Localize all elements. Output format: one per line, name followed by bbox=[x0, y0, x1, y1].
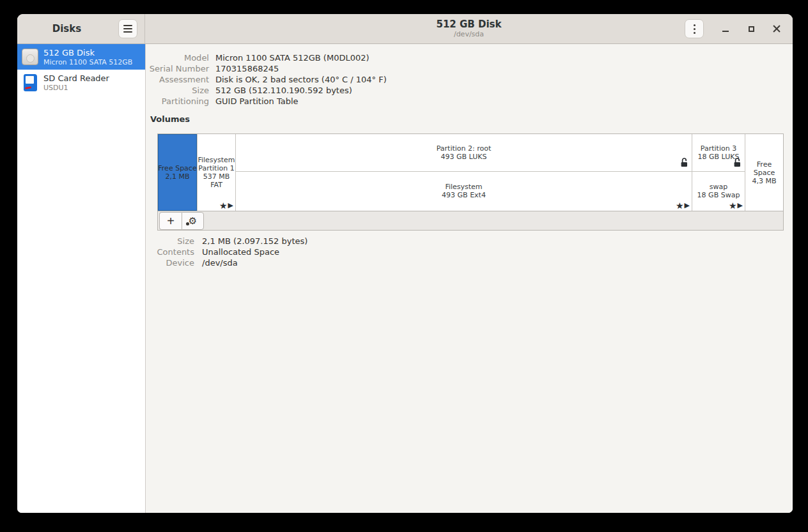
info-label: Model bbox=[146, 52, 209, 63]
volumes-toolbar: + ⚙ bbox=[157, 211, 784, 231]
maximize-icon bbox=[749, 26, 754, 32]
volume-label: Partition 1 bbox=[198, 164, 234, 172]
volume-label: Partition 3 bbox=[701, 144, 736, 153]
info-label: Partitioning bbox=[146, 96, 209, 107]
info-label: Device bbox=[146, 257, 194, 268]
bootable-star-icon: ★ bbox=[729, 201, 737, 210]
info-row-volume-size: Size 2,1 MB (2.097.152 bytes) bbox=[146, 236, 307, 247]
hamburger-icon bbox=[123, 25, 132, 33]
volume-label: Free Space bbox=[158, 164, 196, 172]
volume-size: 493 GB LUKS bbox=[441, 153, 487, 161]
sidebar-item-sd-card-reader[interactable]: SD Card Reader USDU1 bbox=[17, 70, 145, 95]
create-partition-button[interactable]: + bbox=[159, 212, 182, 230]
volume-indicators: ★ ▶ bbox=[676, 201, 690, 210]
minimize-button[interactable] bbox=[718, 21, 733, 36]
info-value: Unallocated Space bbox=[202, 247, 279, 257]
info-row-size: Size 512 GB (512.110.190.592 bytes) bbox=[146, 85, 387, 96]
info-label: Assessment bbox=[146, 74, 209, 85]
disks-window: Disks 512 GB Disk /dev/sda bbox=[17, 14, 793, 513]
volume-cell: Free Space 2,1 MB bbox=[158, 134, 197, 211]
info-row-device: Device /dev/sda bbox=[146, 257, 307, 268]
sd-card-icon bbox=[24, 74, 37, 91]
volume-block-free-space-left[interactable]: Free Space 2,1 MB bbox=[158, 134, 198, 211]
sidebar-item-subtitle: Micron 1100 SATA 512GB bbox=[43, 58, 132, 66]
mounted-play-icon: ▶ bbox=[228, 201, 233, 210]
volume-cell: Free Space 4,3 MB bbox=[745, 134, 783, 211]
unlocked-padlock-icon bbox=[733, 157, 742, 169]
mounted-play-icon: ▶ bbox=[738, 201, 743, 210]
window-title: 512 GB Disk bbox=[437, 19, 502, 30]
info-row-model: Model Micron 1100 SATA 512GB (M0DL002) bbox=[146, 52, 387, 63]
sidebar-item-subtitle: USDU1 bbox=[43, 84, 109, 92]
volume-size: 4,3 MB bbox=[752, 177, 776, 185]
volume-cell-partition-3-luks[interactable]: Partition 3 18 GB LUKS bbox=[692, 134, 745, 172]
sidebar-item-512gb-disk[interactable]: 512 GB Disk Micron 1100 SATA 512GB bbox=[17, 44, 145, 70]
kebab-menu-icon bbox=[694, 24, 695, 34]
volume-label: Filesystem bbox=[445, 183, 482, 191]
volume-indicators: ★ ▶ bbox=[729, 201, 743, 210]
volume-size: 2,1 MB bbox=[165, 172, 189, 181]
sidebar-item-title: 512 GB Disk bbox=[43, 48, 132, 58]
volume-label: swap bbox=[710, 183, 727, 191]
minimize-icon bbox=[722, 31, 729, 32]
screenshot-stage: Disks 512 GB Disk /dev/sda bbox=[0, 0, 808, 532]
unlocked-padlock-icon bbox=[680, 157, 688, 169]
volume-label: Filesystem bbox=[198, 156, 235, 164]
volume-cell-partition-2-filesystem[interactable]: Filesystem 493 GB Ext4 ★ ▶ bbox=[236, 172, 692, 211]
partition-options-button[interactable]: ⚙ bbox=[182, 212, 204, 230]
info-value: /dev/sda bbox=[202, 257, 238, 268]
close-button[interactable] bbox=[769, 21, 784, 36]
close-icon bbox=[773, 25, 781, 33]
volume-label: Free Space bbox=[745, 160, 783, 177]
plus-icon: + bbox=[167, 215, 175, 227]
volumes-grid: Free Space 2,1 MB Filesystem Partition 1… bbox=[157, 133, 784, 211]
main-content: Model Micron 1100 SATA 512GB (M0DL002) S… bbox=[146, 44, 793, 513]
device-sidebar: 512 GB Disk Micron 1100 SATA 512GB SD Ca… bbox=[17, 44, 146, 513]
bootable-star-icon: ★ bbox=[676, 201, 684, 210]
volume-size: 18 GB Swap bbox=[697, 191, 740, 199]
hamburger-menu-button[interactable] bbox=[118, 19, 137, 38]
info-value: 512 GB (512.110.190.592 bytes) bbox=[215, 85, 352, 96]
volume-cell: Filesystem Partition 1 537 MB FAT ★ ▶ bbox=[198, 134, 235, 211]
gear-icon: ⚙ bbox=[189, 216, 197, 225]
volume-cell-partition-3-swap[interactable]: swap 18 GB Swap ★ ▶ bbox=[692, 172, 745, 211]
info-value: GUID Partition Table bbox=[215, 96, 299, 107]
info-row-partitioning: Partitioning GUID Partition Table bbox=[146, 96, 387, 107]
info-row-assessment: Assessment Disk is OK, 2 bad sectors (40… bbox=[146, 74, 387, 85]
volume-block-partition-2: Partition 2: root 493 GB LUKS Filesystem… bbox=[236, 134, 692, 211]
info-label: Size bbox=[146, 236, 194, 247]
maximize-button[interactable] bbox=[743, 21, 759, 36]
volume-indicators: ★ ▶ bbox=[219, 201, 233, 210]
app-title: Disks bbox=[52, 23, 81, 34]
info-label: Contents bbox=[146, 247, 194, 257]
info-value: Micron 1100 SATA 512GB (M0DL002) bbox=[215, 52, 369, 63]
info-value: 2,1 MB (2.097.152 bytes) bbox=[202, 236, 307, 247]
sidebar-item-title: SD Card Reader bbox=[43, 73, 109, 84]
volume-block-partition-1[interactable]: Filesystem Partition 1 537 MB FAT ★ ▶ bbox=[198, 134, 236, 211]
volume-block-partition-3: Partition 3 18 GB LUKS swap 18 GB Swap ★ bbox=[692, 134, 745, 211]
volume-label: Partition 2: root bbox=[437, 144, 492, 153]
info-row-contents: Contents Unallocated Space bbox=[146, 247, 307, 257]
volume-size: 493 GB Ext4 bbox=[442, 191, 486, 199]
drive-menu-button[interactable] bbox=[685, 19, 704, 38]
volume-block-free-space-right[interactable]: Free Space 4,3 MB bbox=[745, 134, 783, 211]
info-label: Size bbox=[146, 85, 209, 96]
hard-disk-icon bbox=[22, 49, 38, 65]
info-value: 170315868245 bbox=[215, 63, 279, 74]
info-label: Serial Number bbox=[146, 63, 209, 74]
mounted-play-icon: ▶ bbox=[685, 201, 690, 210]
window-subtitle: /dev/sda bbox=[437, 30, 502, 39]
volume-action-buttons: + ⚙ bbox=[159, 212, 204, 230]
volume-size: 537 MB FAT bbox=[198, 172, 235, 189]
window-controls bbox=[718, 19, 784, 38]
main-headerbar: 512 GB Disk /dev/sda bbox=[145, 14, 793, 43]
volume-cell-partition-2-luks[interactable]: Partition 2: root 493 GB LUKS bbox=[236, 134, 692, 172]
volumes-frame: Free Space 2,1 MB Filesystem Partition 1… bbox=[157, 133, 784, 231]
window-title-block: 512 GB Disk /dev/sda bbox=[437, 19, 502, 39]
info-value: Disk is OK, 2 bad sectors (40° C / 104° … bbox=[215, 74, 387, 85]
volumes-heading: Volumes bbox=[150, 114, 190, 124]
selected-volume-info-table: Size 2,1 MB (2.097.152 bytes) Contents U… bbox=[146, 236, 307, 268]
drive-info-table: Model Micron 1100 SATA 512GB (M0DL002) S… bbox=[146, 52, 387, 107]
info-row-serial: Serial Number 170315868245 bbox=[146, 63, 387, 74]
sidebar-headerbar: Disks bbox=[17, 14, 145, 43]
